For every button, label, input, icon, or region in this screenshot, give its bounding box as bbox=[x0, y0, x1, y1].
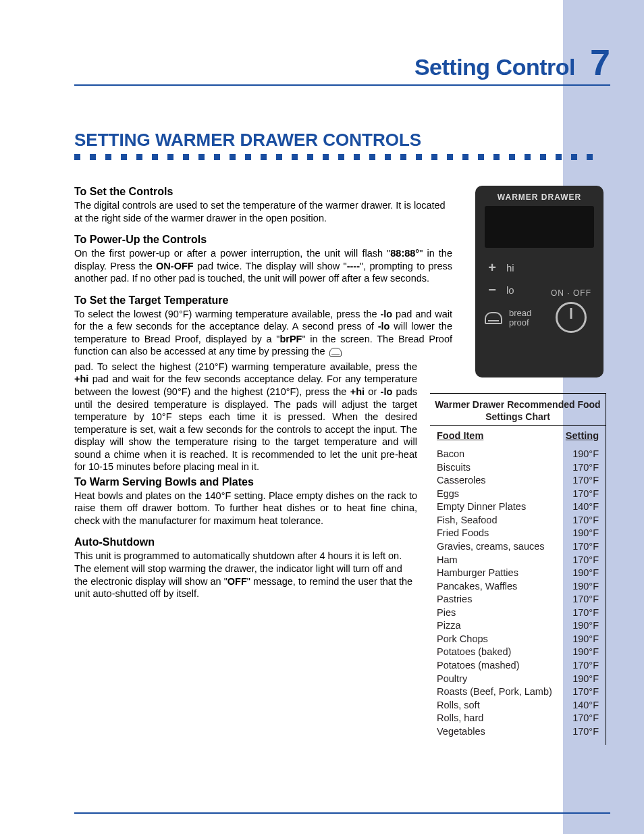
manual-page: Setting Control 7 SETTING WARMER DRAWER … bbox=[0, 0, 644, 834]
power-icon bbox=[556, 302, 587, 333]
table-row: Pork Chops190°F bbox=[437, 633, 599, 646]
table-row: Potatoes (baked)190°F bbox=[437, 646, 599, 659]
chapter-title: Setting Control bbox=[414, 54, 575, 80]
header-rule bbox=[74, 84, 610, 86]
table-row: Potatoes (mashed)170°F bbox=[437, 659, 599, 673]
table-row: Rolls, soft140°F bbox=[437, 699, 599, 712]
hi-pad: +hi bbox=[485, 260, 594, 276]
settings-chart: Warmer Drawer Recommended Food Settings … bbox=[430, 393, 606, 745]
page-number: 7 bbox=[590, 44, 610, 80]
h-warm-bowls: To Warm Serving Bowls and Plates bbox=[74, 476, 417, 488]
p-set-controls: The digital controls are used to set the… bbox=[74, 199, 452, 224]
body-text: To Set the Controls The digital controls… bbox=[74, 186, 452, 603]
h-target-temp: To Set the Target Temperature bbox=[74, 294, 452, 307]
table-row: Hamburger Patties190°F bbox=[437, 567, 599, 580]
table-row: Fried Foods190°F bbox=[437, 527, 599, 540]
p-target-temp-2: pad. To select the highest (210°F) warmi… bbox=[74, 361, 417, 473]
p-auto-shutdown: This unit is programmed to automatically… bbox=[74, 550, 417, 600]
table-row: Gravies, creams, sauces170°F bbox=[437, 540, 599, 554]
table-row: Rolls, hard170°F bbox=[437, 712, 599, 725]
panel-caption: WARMER DRAWER bbox=[485, 192, 594, 202]
table-row: Vegetables170°F bbox=[437, 725, 599, 739]
table-row: Biscuits170°F bbox=[437, 461, 599, 475]
p-power-up: On the first power-up or after a power i… bbox=[74, 247, 452, 285]
minus-icon: − bbox=[485, 282, 500, 298]
table-row: Ham170°F bbox=[437, 554, 599, 567]
chart-header: Food Item Setting bbox=[430, 425, 606, 441]
table-row: Fish, Seafood170°F bbox=[437, 514, 599, 527]
table-row: Pizza190°F bbox=[437, 619, 599, 633]
section-heading: SETTING WARMER DRAWER CONTROLS bbox=[74, 130, 421, 151]
col-setting: Setting bbox=[566, 430, 599, 441]
panel-display bbox=[485, 206, 594, 248]
table-row: Eggs170°F bbox=[437, 488, 599, 501]
table-row: Casseroles170°F bbox=[437, 474, 599, 488]
onoff-pad: ON · OFF bbox=[551, 288, 591, 333]
footer-rule bbox=[74, 812, 610, 814]
chart-title: Warmer Drawer Recommended Food Settings … bbox=[430, 394, 606, 425]
table-row: Bacon190°F bbox=[437, 448, 599, 461]
table-row: Roasts (Beef, Pork, Lamb)170°F bbox=[437, 685, 599, 699]
h-power-up: To Power-Up the Controls bbox=[74, 234, 452, 246]
table-row: Pastries170°F bbox=[437, 593, 599, 606]
table-row: Poultry190°F bbox=[437, 673, 599, 686]
page-header: Setting Control 7 bbox=[74, 44, 610, 86]
chart-body: Bacon190°FBiscuits170°FCasseroles170°FEg… bbox=[430, 441, 606, 745]
plus-icon: + bbox=[485, 260, 500, 276]
h-auto-shutdown: Auto-Shutdown bbox=[74, 536, 417, 548]
control-panel-figure: WARMER DRAWER +hi −lo ON · OFF breadproo… bbox=[475, 186, 603, 377]
table-row: Pancakes, Waffles190°F bbox=[437, 580, 599, 594]
table-row: Pies170°F bbox=[437, 606, 599, 620]
p-warm-bowls: Heat bowls and plates on the 140°F setti… bbox=[74, 490, 417, 527]
table-row: Empty Dinner Plates140°F bbox=[437, 500, 599, 514]
bread-proof-icon bbox=[485, 312, 502, 324]
p-target-temp-1: To select the lowest (90°F) warming temp… bbox=[74, 308, 452, 358]
bread-proof-icon bbox=[329, 348, 342, 357]
dotted-divider bbox=[74, 154, 610, 161]
col-food: Food Item bbox=[437, 430, 483, 441]
h-set-controls: To Set the Controls bbox=[74, 186, 452, 198]
